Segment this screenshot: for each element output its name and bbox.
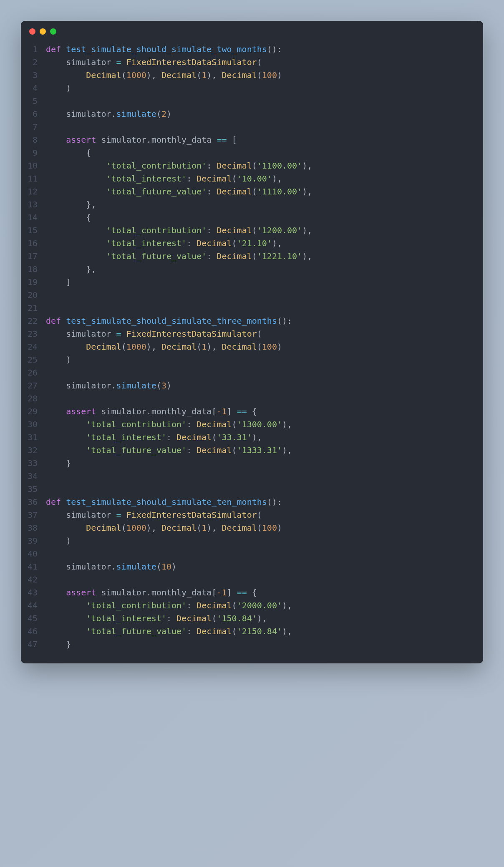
code-line: 19 ] (21, 276, 483, 289)
code-line: 15 'total_contribution': Decimal('1200.0… (21, 224, 483, 237)
code-content: Decimal(1000), Decimal(1), Decimal(100) (46, 69, 282, 82)
code-content: simulator = FixedInterestDataSimulator( (46, 56, 262, 69)
line-number: 5 (21, 95, 46, 108)
code-content: 'total_interest': Decimal('150.84'), (46, 612, 267, 625)
code-line: 13 }, (21, 198, 483, 211)
code-content: 'total_future_value': Decimal('1333.31')… (46, 444, 292, 457)
code-content: 'total_interest': Decimal('10.00'), (46, 172, 282, 185)
code-content: ) (46, 82, 71, 95)
line-number: 44 (21, 599, 46, 612)
code-line: 14 { (21, 211, 483, 224)
line-number: 25 (21, 353, 46, 366)
code-line: 16 'total_interest': Decimal('21.10'), (21, 237, 483, 250)
line-number: 26 (21, 366, 46, 379)
line-number: 45 (21, 612, 46, 625)
code-line: 33 } (21, 457, 483, 470)
code-content: def test_simulate_should_simulate_ten_mo… (46, 496, 282, 509)
code-line: 27 simulator.simulate(3) (21, 379, 483, 392)
code-content: 'total_future_value': Decimal('1110.00')… (46, 185, 312, 198)
line-number: 13 (21, 198, 46, 211)
code-line: 29 assert simulator.monthly_data[-1] == … (21, 405, 483, 418)
line-number: 47 (21, 638, 46, 651)
line-number: 4 (21, 82, 46, 95)
code-line: 4 ) (21, 82, 483, 95)
code-content: Decimal(1000), Decimal(1), Decimal(100) (46, 340, 282, 353)
code-content: 'total_future_value': Decimal('2150.84')… (46, 625, 292, 638)
line-number: 36 (21, 496, 46, 509)
code-line: 20 (21, 289, 483, 302)
code-line: 2 simulator = FixedInterestDataSimulator… (21, 56, 483, 69)
line-number: 29 (21, 405, 46, 418)
code-line: 17 'total_future_value': Decimal('1221.1… (21, 250, 483, 263)
line-number: 20 (21, 289, 46, 302)
code-line: 46 'total_future_value': Decimal('2150.8… (21, 625, 483, 638)
code-window: 1def test_simulate_should_simulate_two_m… (21, 21, 483, 663)
code-line: 1def test_simulate_should_simulate_two_m… (21, 43, 483, 56)
line-number: 39 (21, 534, 46, 547)
line-number: 27 (21, 379, 46, 392)
code-line: 10 'total_contribution': Decimal('1100.0… (21, 159, 483, 172)
line-number: 14 (21, 211, 46, 224)
line-number: 21 (21, 302, 46, 315)
line-number: 34 (21, 470, 46, 483)
line-number: 2 (21, 56, 46, 69)
code-line: 18 }, (21, 263, 483, 276)
line-number: 38 (21, 522, 46, 534)
code-line: 30 'total_contribution': Decimal('1300.0… (21, 418, 483, 431)
code-line: 31 'total_interest': Decimal('33.31'), (21, 431, 483, 444)
line-number: 28 (21, 392, 46, 405)
code-area[interactable]: 1def test_simulate_should_simulate_two_m… (21, 39, 483, 663)
line-number: 37 (21, 509, 46, 522)
line-number: 23 (21, 328, 46, 340)
code-content: assert simulator.monthly_data[-1] == { (46, 586, 257, 599)
code-line: 8 assert simulator.monthly_data == [ (21, 134, 483, 146)
code-content: Decimal(1000), Decimal(1), Decimal(100) (46, 522, 282, 534)
code-line: 5 (21, 95, 483, 108)
code-line: 28 (21, 392, 483, 405)
line-number: 43 (21, 586, 46, 599)
code-line: 32 'total_future_value': Decimal('1333.3… (21, 444, 483, 457)
code-line: 43 assert simulator.monthly_data[-1] == … (21, 586, 483, 599)
line-number: 9 (21, 146, 46, 159)
code-content: def test_simulate_should_simulate_three_… (46, 315, 292, 328)
line-number: 6 (21, 108, 46, 121)
line-number: 12 (21, 185, 46, 198)
code-line: 37 simulator = FixedInterestDataSimulato… (21, 509, 483, 522)
code-content: { (46, 211, 91, 224)
line-number: 40 (21, 547, 46, 560)
code-content: simulator.simulate(10) (46, 560, 176, 573)
code-content: def test_simulate_should_simulate_two_mo… (46, 43, 282, 56)
code-line: 24 Decimal(1000), Decimal(1), Decimal(10… (21, 340, 483, 353)
code-line: 26 (21, 366, 483, 379)
line-number: 22 (21, 315, 46, 328)
line-number: 46 (21, 625, 46, 638)
code-content: } (46, 457, 71, 470)
code-content: { (46, 146, 91, 159)
minimize-icon[interactable] (40, 28, 46, 35)
code-content: 'total_contribution': Decimal('2000.00')… (46, 599, 292, 612)
code-content: }, (46, 263, 96, 276)
code-content: 'total_contribution': Decimal('1100.00')… (46, 159, 312, 172)
code-content: assert simulator.monthly_data[-1] == { (46, 405, 257, 418)
line-number: 30 (21, 418, 46, 431)
code-content: 'total_contribution': Decimal('1200.00')… (46, 224, 312, 237)
line-number: 1 (21, 43, 46, 56)
code-content: }, (46, 198, 96, 211)
code-line: 45 'total_interest': Decimal('150.84'), (21, 612, 483, 625)
code-line: 6 simulator.simulate(2) (21, 108, 483, 121)
line-number: 18 (21, 263, 46, 276)
code-content: 'total_contribution': Decimal('1300.00')… (46, 418, 292, 431)
line-number: 17 (21, 250, 46, 263)
code-content: 'total_interest': Decimal('21.10'), (46, 237, 282, 250)
code-line: 40 (21, 547, 483, 560)
code-line: 21 (21, 302, 483, 315)
maximize-icon[interactable] (50, 28, 56, 35)
code-content: } (46, 638, 71, 651)
code-line: 41 simulator.simulate(10) (21, 560, 483, 573)
code-content: ) (46, 353, 71, 366)
line-number: 7 (21, 121, 46, 134)
close-icon[interactable] (29, 28, 35, 35)
code-content: simulator.simulate(3) (46, 379, 171, 392)
code-content: simulator = FixedInterestDataSimulator( (46, 509, 262, 522)
code-content: 'total_interest': Decimal('33.31'), (46, 431, 262, 444)
